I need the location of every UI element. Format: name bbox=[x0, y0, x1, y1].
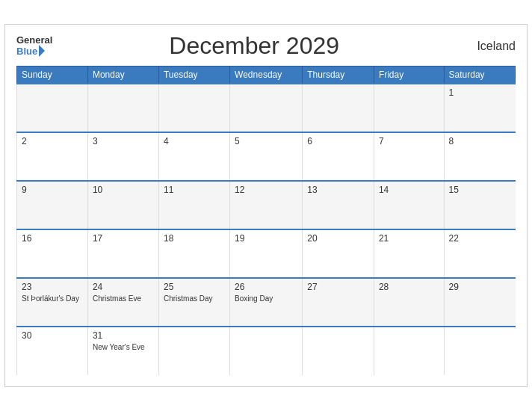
day-number: 30 bbox=[22, 330, 83, 341]
day-number: 17 bbox=[93, 233, 154, 244]
days-header-row: SundayMondayTuesdayWednesdayThursdayFrid… bbox=[17, 67, 516, 84]
week-row-1: 1 bbox=[17, 84, 516, 132]
day-number: 10 bbox=[93, 185, 154, 195]
day-number: 15 bbox=[449, 185, 511, 195]
day-cell: 6 bbox=[303, 132, 374, 181]
day-cell bbox=[17, 84, 88, 132]
day-cell: 11 bbox=[158, 181, 229, 229]
holiday-label: Christmas Eve bbox=[93, 294, 154, 303]
calendar-header: General Blue December 2029 Iceland bbox=[16, 32, 516, 60]
day-cell: 19 bbox=[230, 229, 303, 278]
day-number: 28 bbox=[379, 282, 439, 292]
day-cell bbox=[87, 84, 158, 132]
logo-blue-text: Blue bbox=[16, 46, 37, 57]
day-cell: 3 bbox=[87, 132, 158, 181]
day-number: 31 bbox=[93, 330, 154, 341]
day-cell: 14 bbox=[374, 181, 444, 229]
day-number: 3 bbox=[93, 136, 154, 146]
week-row-3: 9101112131415 bbox=[17, 181, 516, 229]
day-header-thursday: Thursday bbox=[303, 67, 374, 84]
day-number: 25 bbox=[164, 282, 225, 292]
day-number: 22 bbox=[449, 233, 511, 244]
day-cell: 4 bbox=[158, 132, 229, 181]
day-cell bbox=[374, 84, 444, 132]
day-cell: 27 bbox=[303, 278, 374, 327]
day-number: 6 bbox=[307, 136, 369, 146]
day-cell: 7 bbox=[374, 132, 444, 181]
day-number: 14 bbox=[379, 185, 439, 195]
day-cell: 12 bbox=[230, 181, 303, 229]
day-cell: 10 bbox=[87, 181, 158, 229]
day-cell: 18 bbox=[158, 229, 229, 278]
holiday-label: St Þorlákur's Day bbox=[22, 294, 83, 303]
week-row-5: 23St Þorlákur's Day24Christmas Eve25Chri… bbox=[17, 278, 516, 327]
day-number: 12 bbox=[235, 185, 297, 195]
day-cell: 24Christmas Eve bbox=[87, 278, 158, 327]
calendar-grid: SundayMondayTuesdayWednesdayThursdayFrid… bbox=[16, 66, 516, 375]
day-number: 8 bbox=[449, 136, 511, 146]
day-cell bbox=[230, 327, 303, 375]
week-row-4: 16171819202122 bbox=[17, 229, 516, 278]
day-number: 1 bbox=[449, 87, 511, 98]
day-number: 2 bbox=[22, 136, 83, 146]
day-cell: 26Boxing Day bbox=[230, 278, 303, 327]
day-cell: 17 bbox=[87, 229, 158, 278]
day-number: 4 bbox=[164, 136, 225, 146]
day-header-sunday: Sunday bbox=[17, 67, 88, 84]
day-cell: 2 bbox=[17, 132, 88, 181]
day-cell: 23St Þorlákur's Day bbox=[17, 278, 88, 327]
holiday-label: New Year's Eve bbox=[93, 342, 154, 352]
logo-blue-row: Blue bbox=[16, 45, 45, 57]
day-cell: 25Christmas Day bbox=[158, 278, 229, 327]
day-header-friday: Friday bbox=[374, 67, 444, 84]
day-cell: 30 bbox=[17, 327, 88, 375]
day-header-wednesday: Wednesday bbox=[230, 67, 303, 84]
week-row-2: 2345678 bbox=[17, 132, 516, 181]
day-cell bbox=[303, 327, 374, 375]
logo-triangle-icon bbox=[39, 45, 45, 57]
week-row-6: 3031New Year's Eve bbox=[17, 327, 516, 375]
day-cell bbox=[374, 327, 444, 375]
logo: General Blue bbox=[16, 35, 52, 57]
day-number: 7 bbox=[379, 136, 439, 146]
day-number: 13 bbox=[307, 185, 369, 195]
day-cell bbox=[444, 327, 515, 375]
day-cell: 16 bbox=[17, 229, 88, 278]
day-cell bbox=[303, 84, 374, 132]
day-number: 18 bbox=[164, 233, 225, 244]
day-number: 21 bbox=[379, 233, 439, 244]
day-number: 19 bbox=[235, 233, 297, 244]
day-cell: 22 bbox=[444, 229, 515, 278]
logo-general-text: General bbox=[16, 35, 52, 45]
day-number: 9 bbox=[22, 185, 83, 195]
day-cell: 21 bbox=[374, 229, 444, 278]
day-cell: 9 bbox=[17, 181, 88, 229]
day-header-tuesday: Tuesday bbox=[158, 67, 229, 84]
day-number: 26 bbox=[235, 282, 297, 292]
day-cell: 31New Year's Eve bbox=[87, 327, 158, 375]
holiday-label: Christmas Day bbox=[164, 294, 225, 303]
day-cell bbox=[158, 327, 229, 375]
day-number: 23 bbox=[22, 282, 83, 292]
holiday-label: Boxing Day bbox=[235, 294, 297, 303]
day-number: 29 bbox=[449, 282, 511, 292]
day-cell bbox=[230, 84, 303, 132]
day-number: 5 bbox=[235, 136, 297, 146]
calendar-title: December 2029 bbox=[52, 32, 456, 60]
calendar-container: General Blue December 2029 Iceland Sunda… bbox=[4, 24, 528, 387]
day-cell: 29 bbox=[444, 278, 515, 327]
country-label: Iceland bbox=[456, 40, 516, 53]
day-number: 27 bbox=[307, 282, 369, 292]
day-cell: 20 bbox=[303, 229, 374, 278]
day-cell: 13 bbox=[303, 181, 374, 229]
day-number: 24 bbox=[93, 282, 154, 292]
day-header-monday: Monday bbox=[87, 67, 158, 84]
day-cell: 1 bbox=[444, 84, 515, 132]
day-cell: 28 bbox=[374, 278, 444, 327]
day-cell: 15 bbox=[444, 181, 515, 229]
day-cell: 8 bbox=[444, 132, 515, 181]
day-number: 16 bbox=[22, 233, 83, 244]
day-header-saturday: Saturday bbox=[444, 67, 515, 84]
day-cell: 5 bbox=[230, 132, 303, 181]
day-number: 11 bbox=[164, 185, 225, 195]
